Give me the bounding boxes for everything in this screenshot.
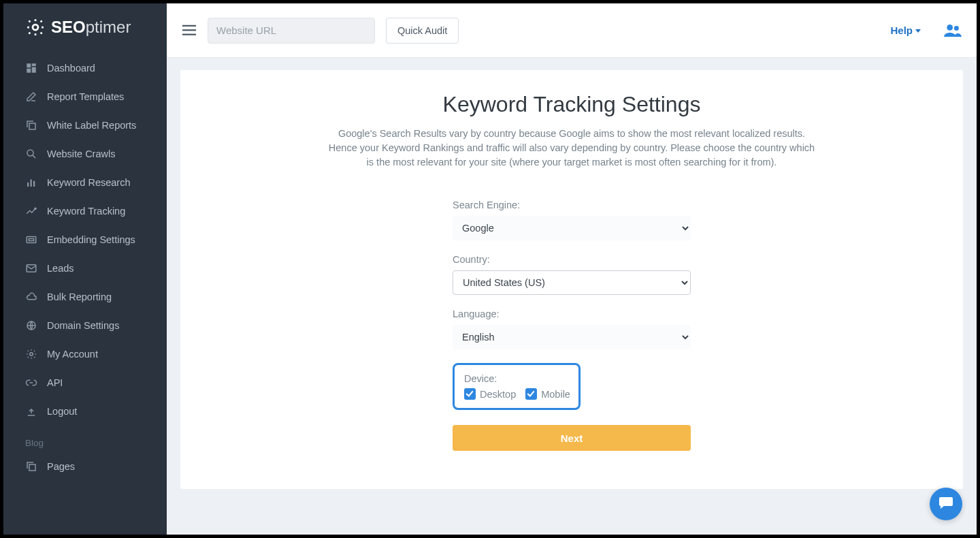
nav-label: Website Crawls [47, 148, 115, 159]
svg-rect-7 [27, 183, 29, 187]
svg-rect-8 [31, 180, 32, 187]
field-country: Country: United States (US) [453, 254, 691, 295]
help-label: Help [890, 25, 913, 36]
checkbox-label: Mobile [541, 389, 570, 400]
sidebar-item-keyword-tracking[interactable]: Keyword Tracking [3, 197, 167, 225]
search-icon [25, 148, 37, 160]
cog-icon [25, 348, 37, 360]
quick-audit-button[interactable]: Quick Audit [386, 18, 459, 44]
sidebar-item-leads[interactable]: Leads [3, 254, 167, 283]
help-dropdown[interactable]: Help [890, 25, 921, 36]
caret-down-icon [915, 29, 921, 33]
nav-label: Logout [47, 406, 77, 417]
svg-rect-3 [32, 67, 36, 73]
edit-icon [25, 91, 37, 103]
globe-icon [25, 319, 37, 332]
svg-rect-1 [27, 63, 31, 67]
copy-icon [25, 119, 37, 131]
nav-label: Report Templates [47, 91, 124, 102]
gear-icon [25, 17, 46, 37]
sidebar-item-logout[interactable]: Logout [3, 397, 167, 426]
sidebar-item-embedding[interactable]: Embedding Settings [3, 225, 167, 254]
label-country: Country: [453, 254, 691, 265]
nav-label: White Label Reports [47, 120, 136, 131]
sidebar-item-domain-settings[interactable]: Domain Settings [3, 311, 167, 340]
logout-icon [25, 405, 37, 417]
nav-label: Embedding Settings [47, 234, 135, 245]
sidebar-item-dashboard[interactable]: Dashboard [3, 54, 167, 82]
checkbox-desktop[interactable]: Desktop [464, 388, 516, 400]
top-header: Quick Audit Help [167, 3, 977, 58]
label-device: Device: [464, 373, 569, 384]
page-description: Google's Search Results vary by country … [327, 127, 817, 170]
brand-text: SEOptimer [51, 18, 131, 37]
svg-rect-9 [33, 181, 35, 187]
svg-point-6 [27, 150, 33, 156]
nav-label: Domain Settings [47, 320, 119, 331]
nav-label: Keyword Research [47, 177, 131, 188]
chart-bar-icon [25, 176, 37, 189]
svg-point-20 [947, 25, 953, 31]
field-language: Language: English [453, 308, 691, 349]
nav-label: Keyword Tracking [47, 206, 125, 217]
svg-point-10 [35, 208, 36, 209]
next-button[interactable]: Next [453, 425, 691, 451]
mail-icon [25, 262, 37, 274]
brand-logo[interactable]: SEOptimer [3, 3, 167, 50]
select-language[interactable]: English [453, 325, 691, 349]
nav-label: Pages [47, 461, 75, 472]
sidebar-item-website-crawls[interactable]: Website Crawls [3, 140, 167, 168]
sidebar-item-api[interactable]: API [3, 368, 167, 397]
website-url-input[interactable] [208, 18, 375, 44]
menu-toggle-icon[interactable] [182, 25, 197, 37]
sidebar-item-keyword-research[interactable]: Keyword Research [3, 168, 167, 197]
dashboard-icon [25, 62, 37, 74]
checkbox-label: Desktop [480, 389, 516, 400]
nav-label: Dashboard [47, 63, 95, 74]
svg-rect-5 [29, 123, 35, 129]
svg-point-0 [33, 25, 38, 30]
chat-fab[interactable] [930, 488, 962, 520]
sidebar-nav: Dashboard Report Templates White Label R… [3, 50, 167, 481]
page-title: Keyword Tracking Settings [208, 92, 936, 117]
settings-panel: Keyword Tracking Settings Google's Searc… [180, 70, 963, 489]
trend-icon [25, 205, 37, 217]
checkbox-mobile[interactable]: Mobile [525, 388, 570, 400]
settings-form: Search Engine: Google Country: United St… [453, 200, 691, 451]
sidebar-item-report-templates[interactable]: Report Templates [3, 82, 167, 111]
svg-point-21 [954, 26, 959, 31]
nav-label: My Account [47, 349, 98, 360]
checkbox-icon [525, 388, 537, 400]
sidebar-item-pages[interactable]: Pages [3, 452, 167, 481]
svg-rect-16 [29, 464, 35, 471]
users-icon[interactable] [944, 24, 962, 37]
content-area: Keyword Tracking Settings Google's Searc… [167, 58, 977, 535]
svg-point-15 [30, 353, 33, 356]
sidebar-item-white-label[interactable]: White Label Reports [3, 111, 167, 140]
label-search-engine: Search Engine: [453, 200, 691, 210]
nav-label: Leads [47, 263, 74, 274]
svg-rect-12 [29, 239, 34, 241]
svg-rect-11 [27, 237, 36, 243]
select-search-engine[interactable]: Google [453, 216, 691, 240]
sidebar-section-blog: Blog [3, 426, 167, 452]
pages-icon [25, 460, 37, 473]
svg-rect-2 [32, 63, 36, 66]
label-language: Language: [453, 308, 691, 319]
nav-label: Bulk Reporting [47, 291, 112, 302]
field-search-engine: Search Engine: Google [453, 200, 691, 240]
embed-icon [25, 234, 37, 246]
api-icon [25, 377, 37, 389]
sidebar-item-bulk-reporting[interactable]: Bulk Reporting [3, 283, 167, 311]
checkbox-icon [464, 388, 476, 400]
cloud-icon [25, 291, 37, 303]
device-highlight-box: Device: Desktop Mobile [453, 363, 581, 410]
sidebar: SEOptimer Dashboard Report Templates Whi… [3, 3, 167, 535]
svg-rect-4 [27, 69, 31, 73]
chat-icon [938, 494, 954, 513]
sidebar-item-my-account[interactable]: My Account [3, 340, 167, 368]
nav-label: API [47, 377, 63, 388]
select-country[interactable]: United States (US) [453, 270, 691, 295]
